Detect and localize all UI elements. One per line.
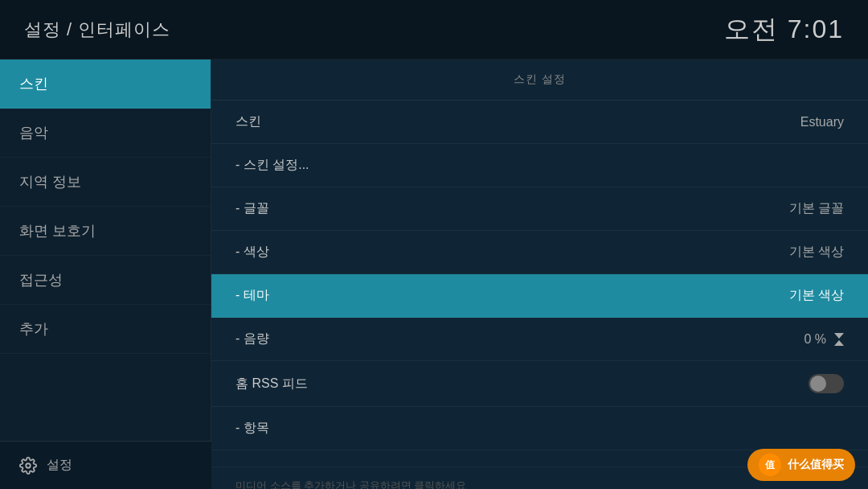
settings-value-skin: Estuary [800,115,844,129]
settings-row-theme[interactable]: - 테마 기본 색상 [211,274,868,318]
settings-row-item[interactable]: - 항목 [211,407,868,450]
settings-row-rss[interactable]: 홈 RSS 피드 [211,361,868,407]
sidebar-item-extra[interactable]: 추가 [0,305,211,354]
toggle-rss[interactable] [809,374,844,393]
header-time: 오전 7:01 [724,12,844,47]
settings-row-font[interactable]: - 글꼴 기본 글꼴 [211,187,868,231]
settings-label-skin: 스킨 [235,113,261,130]
settings-value-rss [809,374,844,393]
watermark: 值 什么值得买 [747,449,855,481]
breadcrumb: 설정 / 인터페이스 [24,18,170,42]
sidebar-item-screensaver[interactable]: 화면 보호기 [0,207,211,256]
section-title: 스킨 설정 [211,60,868,101]
spinner-down-icon[interactable] [834,333,844,339]
settings-value-volume: 0 % [804,332,844,347]
spinner-up-icon[interactable] [834,340,844,346]
sidebar-item-regional[interactable]: 지역 정보 [0,158,211,207]
settings-label-rss: 홈 RSS 피드 [235,376,308,392]
settings-label-volume: - 음량 [235,331,269,347]
settings-label-color: - 색상 [235,244,269,261]
settings-label-skin-config: - 스킨 설정... [235,157,309,174]
settings-value-color: 기본 색상 [789,244,844,261]
settings-row-skin-config[interactable]: - 스킨 설정... [211,144,868,187]
settings-label-item: - 항목 [235,420,269,437]
gear-icon [19,457,37,475]
settings-label-font: - 글꼴 [235,200,269,217]
svg-point-0 [26,463,31,468]
sidebar: 스킨 음악 지역 정보 화면 보호기 접근성 추가 설정 [0,60,211,489]
sidebar-footer-label: 설정 [47,457,72,474]
sidebar-item-accessibility[interactable]: 접근성 [0,256,211,305]
settings-value-font: 기본 글꼴 [789,200,844,217]
watermark-icon: 值 [759,454,781,476]
settings-label-theme: - 테마 [235,287,269,304]
sidebar-item-music[interactable]: 음악 [0,109,211,158]
content-area: 스킨 설정 스킨 Estuary - 스킨 설정... - 글꼴 기본 글꼴 -… [211,60,868,489]
settings-row-skin[interactable]: 스킨 Estuary [211,101,868,144]
header: 설정 / 인터페이스 오전 7:01 [0,0,868,60]
watermark-text: 什么值得买 [788,458,844,472]
spinner-controls[interactable] [834,333,844,346]
settings-value-theme: 기본 색상 [789,287,844,304]
sidebar-footer: 설정 [0,441,211,489]
settings-row-color[interactable]: - 색상 기본 색상 [211,231,868,274]
settings-row-volume[interactable]: - 음량 0 % [211,318,868,361]
main-layout: 스킨 음악 지역 정보 화면 보호기 접근성 추가 설정 스킨 설정 [0,60,868,489]
sidebar-item-skin[interactable]: 스킨 [0,60,211,109]
